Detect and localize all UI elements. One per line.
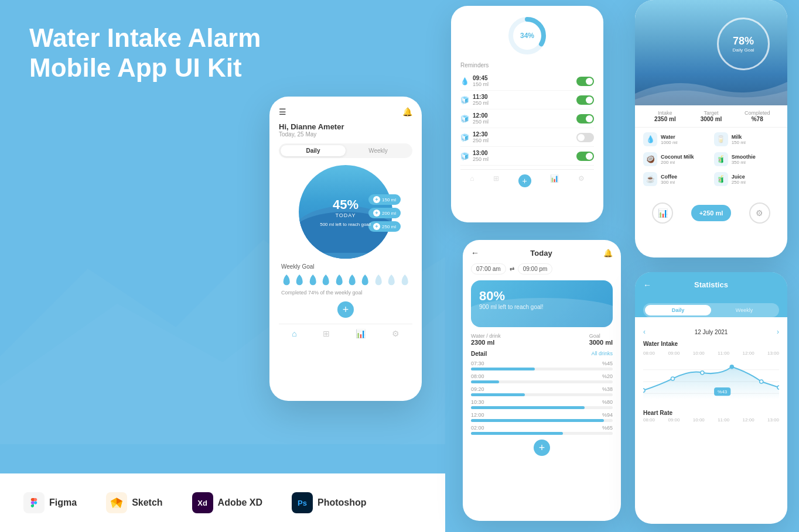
nav-home[interactable]: ⌂ <box>292 329 296 338</box>
nav-chart[interactable]: 📊 <box>356 329 366 338</box>
weekly-percent: Completed 74% of the weekly goal <box>281 290 410 296</box>
remind-nav-chart[interactable]: 📊 <box>550 174 559 187</box>
stats-tab-daily[interactable]: Daily <box>645 305 711 315</box>
brand-xd: Xd Adobe XD <box>192 492 262 513</box>
toggle-2[interactable] <box>576 114 594 123</box>
bubble-200[interactable]: + 200 ml <box>368 208 401 218</box>
smoothie-icon: 🧃 <box>714 152 728 166</box>
current-date: 12 July 2021 <box>695 329 728 335</box>
svg-text:%43: %43 <box>718 389 728 394</box>
action-row: 📊 +250 ml ⚙ <box>635 197 787 232</box>
target-col: Target 3000 ml <box>688 110 735 122</box>
bell-icon: 🔔 <box>402 107 412 116</box>
drop-icon-2: 🧊 <box>460 115 469 123</box>
phone-stats: ← Statistics Daily Weekly ‹ 12 July 2021… <box>635 272 787 524</box>
brand-ps: Ps Photoshop <box>292 492 367 513</box>
remind-nav-settings[interactable]: ⚙ <box>578 174 585 187</box>
target-val: 3000 ml <box>688 116 735 122</box>
time-bars: 07:30 %45 08:00 %20 09:20 %38 <box>471 361 613 435</box>
water-icon: 💧 <box>643 132 657 146</box>
weekly-goal-title: Weekly Goal <box>281 263 410 270</box>
chart-action-btn[interactable]: 📊 <box>652 202 673 224</box>
left-panel: Water Intake Alarm Mobile App UI Kit ☰ 🔔… <box>0 0 445 532</box>
progress-banner: 80% 900 ml left to reach goal! <box>471 280 613 327</box>
intake-val: 2350 ml <box>642 116 688 122</box>
remind-nav-home[interactable]: ⌂ <box>470 174 474 187</box>
water-intake-label: Water Intake <box>643 341 779 347</box>
today-add-btn-center[interactable]: + <box>471 440 613 456</box>
toggle-0[interactable] <box>576 77 594 86</box>
phone-reminders: 34% Reminders 💧 09:45 150 ml 🧊 11:30 250… <box>451 6 603 222</box>
remind-nav: ⌂ ⊞ + 📊 ⚙ <box>460 169 594 187</box>
drink-coconut: 🥥 Coconut Milk 200 ml <box>643 152 708 166</box>
date-text: Today, 25 May <box>279 131 412 138</box>
remind-nav-grid[interactable]: ⊞ <box>493 174 499 187</box>
bubble-150[interactable]: + 150 ml <box>368 194 401 205</box>
xd-label: Adobe XD <box>218 497 262 508</box>
all-drinks[interactable]: All drinks <box>591 351 613 357</box>
sketch-label: Sketch <box>132 497 162 508</box>
time-from[interactable]: 07:00 am <box>471 263 506 274</box>
toggle-4[interactable] <box>576 152 594 161</box>
today-title: Today <box>530 249 552 258</box>
drink-milk: 🥛 Milk 150 ml <box>714 132 779 146</box>
time-0: 09:45 <box>473 75 489 81</box>
water-drops <box>281 273 410 287</box>
phone-today: ← Today 🔔 07:00 am ⇄ 09:00 pm 80% 900 ml… <box>463 240 621 521</box>
time-2: 12:00 <box>473 112 489 119</box>
nav-grid[interactable]: ⊞ <box>323 329 330 338</box>
nav-settings[interactable]: ⚙ <box>392 329 400 338</box>
ml-4: 250 ml <box>473 156 489 162</box>
svg-point-13 <box>671 377 674 380</box>
x-axis: 08:00 09:00 10:00 11:00 12:00 13:00 <box>643 351 779 356</box>
goal-percent: 78% <box>733 35 754 47</box>
goal-label: Daily Goal <box>733 47 754 53</box>
completed-col: Completed %78 <box>734 110 780 122</box>
today-bell-icon[interactable]: 🔔 <box>603 249 613 258</box>
ps-icon: Ps <box>292 492 313 513</box>
prev-date-arrow[interactable]: ‹ <box>643 328 646 336</box>
remind-add-btn[interactable]: + <box>518 174 531 187</box>
juice-name: Juice <box>732 174 746 180</box>
today-header: ← Today 🔔 <box>471 248 613 258</box>
add-250-btn[interactable]: +250 ml <box>691 205 732 221</box>
drink-row-2: ☕ Coffee 300 ml 🧃 Juice 250 ml <box>643 172 779 186</box>
next-date-arrow[interactable]: › <box>777 328 779 336</box>
intake-label: Intake <box>642 110 688 116</box>
add-btn-center[interactable]: + <box>279 301 412 318</box>
drop-icon-3: 🧊 <box>460 133 469 142</box>
coconut-name: Coconut Milk <box>661 154 694 160</box>
drink-water: 💧 Water 1000 ml <box>643 132 708 146</box>
tab-weekly[interactable]: Weekly <box>346 145 411 156</box>
ml-1: 250 ml <box>473 100 489 106</box>
plus-icon-1: + <box>373 196 380 203</box>
svg-text:34%: 34% <box>520 32 534 40</box>
goal-col: Goal 3000 ml <box>589 333 613 346</box>
stats-back-icon[interactable]: ← <box>643 280 651 290</box>
back-arrow-icon[interactable]: ← <box>471 248 479 258</box>
drink-coffee: ☕ Coffee 300 ml <box>643 172 708 186</box>
settings-action-btn[interactable]: ⚙ <box>749 202 770 224</box>
stats-body: ‹ 12 July 2021 › Water Intake 08:00 09:0… <box>635 323 787 423</box>
toggle-3[interactable] <box>576 133 594 142</box>
stats-row: Intake 2350 ml Target 3000 ml Completed … <box>635 105 787 128</box>
stats-tab-weekly[interactable]: Weekly <box>711 305 777 315</box>
milk-name: Milk <box>732 134 746 140</box>
toggle-1[interactable] <box>576 95 594 105</box>
bar-4: 12:00 %94 <box>471 412 613 422</box>
today-add-button[interactable]: + <box>534 440 550 456</box>
bar-3: 10:30 %80 <box>471 399 613 409</box>
circle-add-button[interactable]: + <box>337 301 354 318</box>
tab-switch[interactable]: Daily Weekly <box>279 143 412 158</box>
water-drink-col: Water / drink 2300 ml <box>471 333 501 346</box>
milk-icon: 🥛 <box>714 132 728 146</box>
nav-bottom: ⌂ ⊞ 📊 ⚙ <box>279 324 412 338</box>
time-to[interactable]: 09:00 pm <box>518 263 553 274</box>
goal-circle: 78% Daily Goal <box>717 18 770 70</box>
coconut-icon: 🥥 <box>643 152 657 166</box>
ml-2: 250 ml <box>473 119 489 125</box>
tab-daily[interactable]: Daily <box>281 145 346 156</box>
bubble-250[interactable]: + 250 ml <box>368 221 401 232</box>
completed-val: %78 <box>734 116 780 122</box>
completed-label: Completed <box>734 110 780 116</box>
